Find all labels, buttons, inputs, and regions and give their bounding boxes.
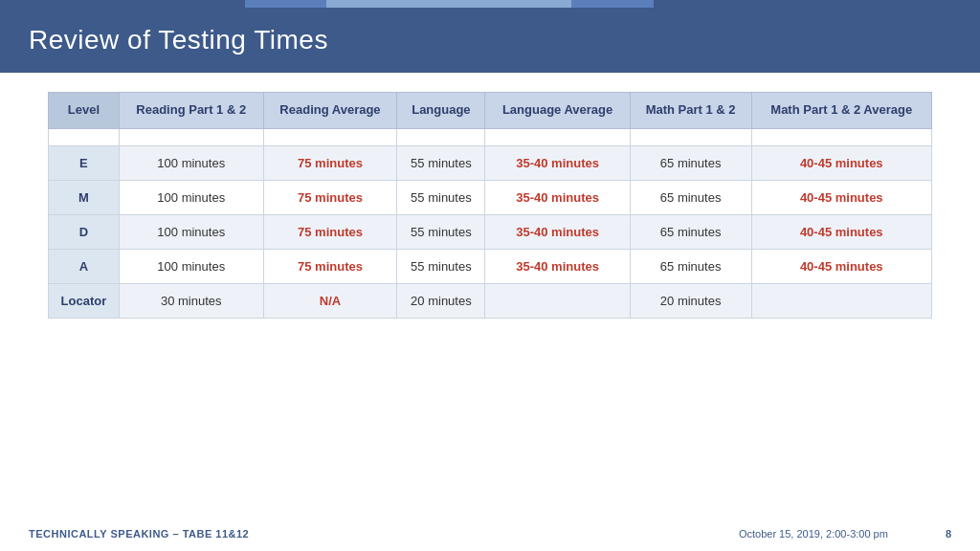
table-cell: 65 minutes: [630, 180, 751, 214]
table-cell: [485, 128, 630, 145]
table-cell: 40-45 minutes: [751, 145, 932, 180]
table-cell: 20 minutes: [397, 283, 485, 318]
testing-times-table: LevelReading Part 1 & 2Reading AverageLa…: [48, 92, 932, 319]
table-cell: 40-45 minutes: [751, 249, 932, 283]
table-header: Reading Part 1 & 2: [119, 93, 263, 129]
table-cell: D: [49, 214, 120, 249]
footer-left-text: TECHNICALLY SPEAKING – TABE 11&12: [29, 528, 249, 540]
table-cell: 100 minutes: [119, 249, 263, 283]
table-row: A100 minutes75 minutes55 minutes35-40 mi…: [49, 249, 932, 283]
table-row: E100 minutes75 minutes55 minutes35-40 mi…: [49, 145, 932, 180]
table-cell: 35-40 minutes: [485, 145, 630, 180]
table-cell: 100 minutes: [119, 145, 263, 180]
table-cell: 100 minutes: [119, 214, 263, 249]
table-cell: [263, 128, 397, 145]
table-cell: M: [49, 180, 120, 214]
table-cell: E: [49, 145, 120, 180]
table-cell: 65 minutes: [630, 214, 751, 249]
table-header: Math Part 1 & 2 Average: [751, 93, 932, 129]
table-cell: 30 minutes: [119, 283, 263, 318]
table-cell: 75 minutes: [263, 180, 397, 214]
footer-meta: October 15, 2019, 2:00-3:00 pm 8: [739, 528, 951, 540]
table-cell: 65 minutes: [630, 249, 751, 283]
main-content: LevelReading Part 1 & 2Reading AverageLa…: [0, 73, 980, 338]
table-cell: 75 minutes: [263, 249, 397, 283]
table-cell: 35-40 minutes: [485, 249, 630, 283]
table-cell: [630, 128, 751, 145]
footer-date: October 15, 2019, 2:00-3:00 pm: [739, 528, 888, 540]
footer: TECHNICALLY SPEAKING – TABE 11&12 Octobe…: [0, 528, 980, 540]
table-row: D100 minutes75 minutes55 minutes35-40 mi…: [49, 214, 932, 249]
table-cell: [751, 283, 932, 318]
table-cell: 65 minutes: [630, 145, 751, 180]
table-cell: [751, 128, 932, 145]
table-header: Math Part 1 & 2: [630, 93, 751, 129]
table-cell: 100 minutes: [119, 180, 263, 214]
page-title: Review of Testing Times: [29, 25, 951, 55]
table-cell: [397, 128, 485, 145]
table-row: [49, 128, 932, 145]
table-cell: Locator: [49, 283, 120, 318]
top-bar: [0, 0, 980, 8]
table-cell: 35-40 minutes: [485, 214, 630, 249]
table-cell: [119, 128, 263, 145]
table-cell: [49, 128, 120, 145]
table-header: Reading Average: [263, 93, 397, 129]
table-row: M100 minutes75 minutes55 minutes35-40 mi…: [49, 180, 932, 214]
table-cell: 75 minutes: [263, 214, 397, 249]
table-cell: N/A: [263, 283, 397, 318]
table-cell: 55 minutes: [397, 180, 485, 214]
table-header: Language Average: [485, 93, 630, 129]
table-cell: 40-45 minutes: [751, 180, 932, 214]
title-section: Review of Testing Times: [0, 8, 980, 73]
table-cell: [485, 283, 630, 318]
table-cell: 75 minutes: [263, 145, 397, 180]
table-cell: 40-45 minutes: [751, 214, 932, 249]
table-cell: 55 minutes: [397, 249, 485, 283]
table-cell: 20 minutes: [630, 283, 751, 318]
table-header: Language: [397, 93, 485, 129]
table-cell: 55 minutes: [397, 214, 485, 249]
footer-page: 8: [946, 528, 951, 540]
table-cell: 35-40 minutes: [485, 180, 630, 214]
table-header: Level: [49, 93, 120, 129]
table-cell: 55 minutes: [397, 145, 485, 180]
table-row: Locator30 minutesN/A20 minutes20 minutes: [49, 283, 932, 318]
table-cell: A: [49, 249, 120, 283]
